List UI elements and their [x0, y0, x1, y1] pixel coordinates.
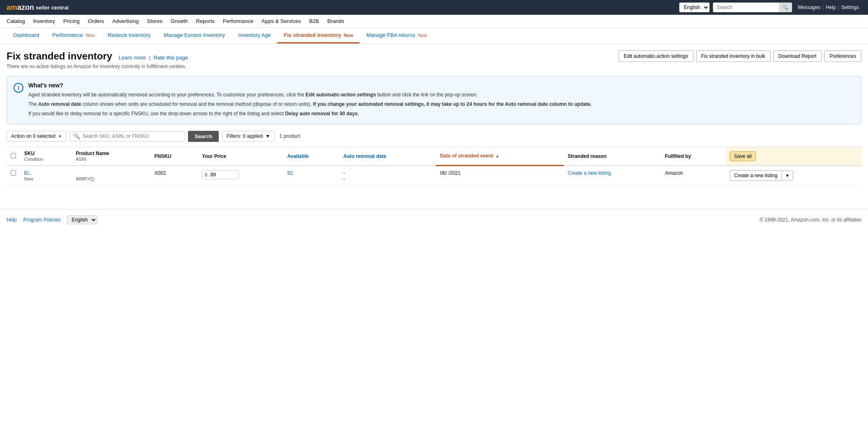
- fulfilled-by-text: Amazon: [665, 170, 683, 176]
- col-your-price: Your Price: [198, 147, 283, 166]
- info-title: What's new?: [28, 82, 592, 89]
- tab-fba-new-badge: New: [418, 33, 427, 38]
- sku-search-input[interactable]: [82, 133, 181, 139]
- info-line-2: The Auto removal date column shows when …: [28, 100, 592, 108]
- global-search-button[interactable]: 🔍: [779, 3, 792, 12]
- footer-help-link[interactable]: Help: [7, 217, 17, 223]
- seller-central-label: seller central: [36, 5, 69, 11]
- row-checkbox-cell: [7, 166, 20, 186]
- create-listing-button[interactable]: Create a new listing: [730, 170, 781, 181]
- col-sku: SKU Condition: [20, 147, 72, 166]
- amazon-logo: amazon: [7, 3, 34, 12]
- price-input[interactable]: [209, 172, 229, 178]
- col-stranded-reason: Stranded reason: [563, 147, 661, 166]
- fnsku-text: X002: [154, 170, 166, 176]
- nav-advertising[interactable]: Advertising: [112, 18, 139, 24]
- nav-stores[interactable]: Stores: [147, 18, 163, 24]
- nav-b2b[interactable]: B2B: [309, 18, 319, 24]
- stranded-reason-link[interactable]: Create a new listing: [568, 170, 611, 176]
- info-box: i What's new? Aged stranded inventory wi…: [7, 76, 861, 124]
- action-label: Action on 0 selected: [11, 133, 55, 139]
- nav-orders[interactable]: Orders: [88, 18, 104, 24]
- col-stranded-date[interactable]: Date of stranded event ▲: [436, 147, 563, 166]
- row-checkbox[interactable]: [11, 170, 16, 176]
- footer: Help Program Policies English © 1999-202…: [0, 209, 868, 230]
- row-stranded-date-cell: 06/ /2021: [436, 166, 563, 186]
- nav-performance[interactable]: Performance: [223, 18, 253, 24]
- nav-pricing[interactable]: Pricing: [63, 18, 80, 24]
- global-search-input[interactable]: [713, 3, 779, 12]
- nav-catalog[interactable]: Catalog: [7, 18, 25, 24]
- save-all-button[interactable]: Save all: [730, 151, 756, 161]
- top-bar-right: English 🔍 Messages Help Settings: [679, 2, 861, 12]
- select-all-checkbox[interactable]: [11, 153, 16, 158]
- col-fulfilled-by: Fulfilled by: [661, 147, 726, 166]
- filters-chevron-icon: ▼: [265, 133, 270, 139]
- info-content: What's new? Aged stranded inventory will…: [28, 82, 592, 118]
- select-all-checkbox-header[interactable]: [7, 147, 20, 166]
- search-icon: 🔍: [73, 133, 80, 139]
- page-content: Fix stranded inventory Learn more | Rate…: [0, 44, 868, 193]
- page-actions: Edit automatic-action settings Fix stran…: [618, 50, 861, 62]
- col-available: Available: [283, 147, 339, 166]
- search-button[interactable]: Search: [188, 131, 219, 142]
- rate-page-link[interactable]: Rate this page: [153, 55, 188, 61]
- nav-reports[interactable]: Reports: [196, 18, 215, 24]
- nav-brands[interactable]: Brands: [327, 18, 344, 24]
- settings-link[interactable]: Settings: [839, 5, 861, 10]
- row-fulfilled-by-cell: Amazon: [661, 166, 726, 186]
- help-link[interactable]: Help: [823, 5, 839, 10]
- nav-apps-services[interactable]: Apps & Services: [262, 18, 301, 24]
- tab-fba-returns[interactable]: Manage FBA returns New: [360, 28, 433, 43]
- messages-link[interactable]: Messages: [795, 5, 823, 10]
- col-auto-removal: Auto removal date: [339, 147, 436, 166]
- tab-fix-stranded[interactable]: Fix stranded inventory New: [277, 28, 360, 43]
- tab-excess[interactable]: Manage Excess Inventory: [157, 28, 232, 43]
- condition-text: New: [24, 176, 33, 181]
- table-header-row: SKU Condition Product Name ASIN FNSKU Yo…: [7, 147, 861, 166]
- global-search-bar: 🔍: [713, 2, 792, 12]
- edit-settings-button[interactable]: Edit automatic-action settings: [618, 50, 694, 62]
- col-save-all: Save all: [726, 147, 861, 166]
- learn-more-link[interactable]: Learn more: [119, 55, 146, 61]
- main-nav: Catalog Inventory Pricing Orders Adverti…: [0, 15, 868, 28]
- preferences-button[interactable]: Preferences: [824, 50, 861, 62]
- fix-bulk-button[interactable]: Fix stranded inventory in bulk: [696, 50, 771, 62]
- col-fnsku: FNSKU: [150, 147, 198, 166]
- filters-button[interactable]: Filters: 0 applied ▼: [222, 131, 275, 141]
- tab-inventory-age[interactable]: Inventory Age: [231, 28, 277, 43]
- footer-language-select[interactable]: English: [67, 215, 97, 224]
- action-dropdown[interactable]: Action on 0 selected ▼: [7, 131, 66, 141]
- row-sku-cell: Ei... New: [20, 166, 72, 186]
- sku-link[interactable]: Ei...: [24, 170, 33, 176]
- table-row: Ei... New B08RYQ; X002 $: [7, 166, 861, 186]
- row-auto-removal-cell: - -: [339, 166, 436, 186]
- sub-nav: Dashboard Performance New Restock Invent…: [0, 28, 868, 44]
- page-title: Fix stranded inventory: [7, 50, 112, 62]
- footer-policies-link[interactable]: Program Policies: [23, 217, 61, 223]
- info-line-3: If you would like to delay removal for a…: [28, 110, 592, 118]
- tab-restock[interactable]: Restock Inventory: [101, 28, 157, 43]
- create-listing-dropdown-arrow[interactable]: ▼: [781, 171, 793, 180]
- tab-performance[interactable]: Performance New: [46, 28, 101, 43]
- sort-ascending-icon: ▲: [495, 154, 499, 158]
- tab-dashboard[interactable]: Dashboard: [7, 28, 46, 43]
- page-title-links: Learn more | Rate this page: [119, 55, 188, 61]
- row-available-cell: 92: [283, 166, 339, 186]
- nav-growth[interactable]: Growth: [171, 18, 188, 24]
- language-select[interactable]: English: [679, 2, 710, 12]
- auto-removal-text: -: [344, 170, 345, 176]
- filters-label: Filters: 0 applied: [227, 133, 263, 139]
- info-line-1: Aged stranded inventory will be automati…: [28, 91, 592, 99]
- nav-inventory[interactable]: Inventory: [33, 18, 55, 24]
- search-input-bar: 🔍: [70, 131, 185, 141]
- download-report-button[interactable]: Download Report: [773, 50, 822, 62]
- row-fnsku-cell: X002: [150, 166, 198, 186]
- action-chevron-icon: ▼: [58, 134, 62, 139]
- available-link[interactable]: 92: [287, 170, 293, 176]
- top-links: Messages Help Settings: [795, 5, 861, 10]
- stranded-date-text: 06/ /2021: [440, 170, 460, 176]
- col-product-name: Product Name ASIN: [72, 147, 151, 166]
- page-subtitle: There are no active listings on Amazon f…: [7, 64, 188, 69]
- toolbar: Action on 0 selected ▼ 🔍 Search Filters:…: [7, 131, 861, 142]
